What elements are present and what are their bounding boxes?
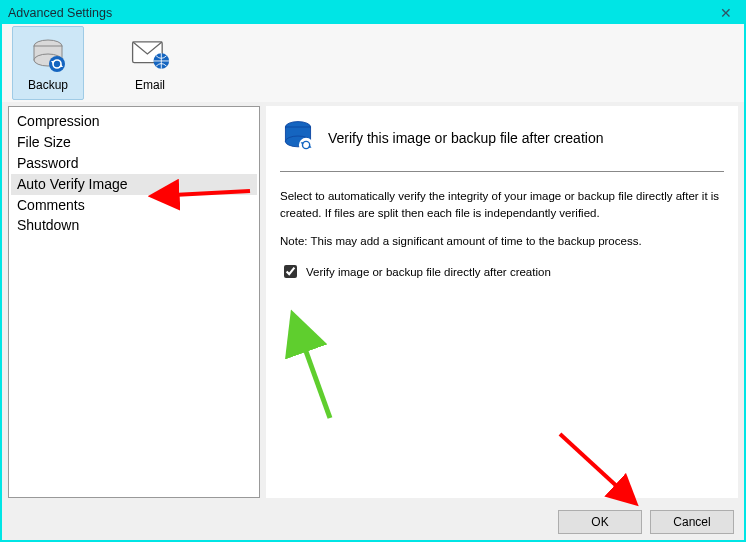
detail-description-1: Select to automatically verify the integ… (280, 188, 724, 221)
verify-checkbox-row[interactable]: Verify image or backup file directly aft… (280, 262, 724, 281)
content-area: Compression File Size Password Auto Veri… (2, 102, 744, 504)
disk-backup-icon (28, 34, 68, 74)
cancel-button[interactable]: Cancel (650, 510, 734, 534)
titlebar: Advanced Settings ✕ (2, 2, 744, 24)
settings-detail-panel: Verify this image or backup file after c… (266, 106, 738, 498)
toolbar-tab-backup[interactable]: Backup (12, 26, 84, 100)
detail-title: Verify this image or backup file after c… (328, 130, 603, 146)
disk-verify-icon (280, 118, 316, 157)
toolbar-tab-email[interactable]: Email (114, 26, 186, 100)
email-globe-icon (130, 34, 170, 74)
list-item-file-size[interactable]: File Size (11, 132, 257, 153)
verify-checkbox-label: Verify image or backup file directly aft… (306, 266, 551, 278)
divider (280, 171, 724, 172)
ok-button[interactable]: OK (558, 510, 642, 534)
detail-header: Verify this image or backup file after c… (280, 118, 724, 171)
toolbar-tab-email-label: Email (135, 78, 165, 92)
window-title: Advanced Settings (8, 6, 112, 20)
verify-checkbox[interactable] (284, 265, 297, 278)
dialog-footer: OK Cancel (2, 504, 744, 540)
detail-description-2: Note: This may add a significant amount … (280, 233, 724, 250)
list-item-compression[interactable]: Compression (11, 111, 257, 132)
svg-point-11 (299, 138, 313, 152)
close-icon[interactable]: ✕ (714, 5, 738, 21)
list-item-shutdown[interactable]: Shutdown (11, 215, 257, 236)
list-item-password[interactable]: Password (11, 153, 257, 174)
settings-category-list: Compression File Size Password Auto Veri… (8, 106, 260, 498)
svg-point-3 (49, 56, 65, 72)
toolbar: Backup Email (2, 24, 744, 102)
advanced-settings-dialog: Advanced Settings ✕ Backup (0, 0, 746, 542)
toolbar-tab-backup-label: Backup (28, 78, 68, 92)
list-item-auto-verify-image[interactable]: Auto Verify Image (11, 174, 257, 195)
list-item-comments[interactable]: Comments (11, 195, 257, 216)
